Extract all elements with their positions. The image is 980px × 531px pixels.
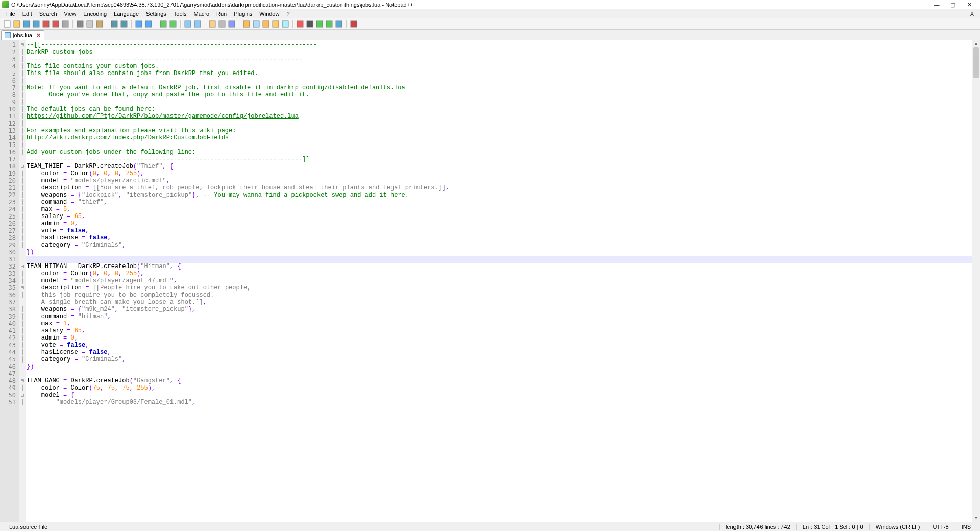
close-icon[interactable]: [42, 20, 50, 28]
fold-marker[interactable]: ⊟: [19, 263, 26, 270]
fold-marker[interactable]: │: [19, 199, 26, 206]
code-line[interactable]: Note: If you want to edit a default Dark…: [26, 84, 972, 91]
fold-marker[interactable]: │: [19, 327, 26, 334]
code-line[interactable]: salary = 65,: [26, 327, 972, 334]
scroll-thumb[interactable]: [973, 47, 979, 78]
fold-marker[interactable]: │: [19, 184, 26, 191]
fold-marker[interactable]: │: [19, 234, 26, 242]
fold-marker[interactable]: [19, 249, 26, 256]
code-line[interactable]: model = "models/player/arctic.mdl",: [26, 177, 972, 184]
code-line[interactable]: [26, 141, 972, 149]
doc-map-icon[interactable]: [252, 20, 260, 28]
play-mult-icon[interactable]: [325, 20, 333, 28]
vertical-scrollbar[interactable]: ▴ ▾: [972, 40, 980, 522]
fold-marker[interactable]: [19, 370, 26, 377]
code-line[interactable]: command = "thief",: [26, 199, 972, 206]
close-all-icon[interactable]: [52, 20, 60, 28]
fold-marker[interactable]: │: [19, 77, 26, 84]
save-all-icon[interactable]: [32, 20, 40, 28]
indent-guide-icon[interactable]: [228, 20, 236, 28]
code-line[interactable]: The default jobs can be found here:: [26, 106, 972, 113]
code-line[interactable]: hasLicense = false,: [26, 234, 972, 242]
print-icon[interactable]: [61, 20, 69, 28]
code-line[interactable]: A single breath can make you loose a sho…: [26, 299, 972, 306]
code-line[interactable]: hasLicense = false,: [26, 349, 972, 356]
fold-marker[interactable]: [19, 299, 26, 306]
fold-marker[interactable]: │: [19, 277, 26, 284]
monitor-icon[interactable]: [281, 20, 289, 28]
code-line[interactable]: description = [[People hire you to take …: [26, 284, 972, 292]
scroll-down-icon[interactable]: ▾: [972, 515, 980, 522]
fold-marker[interactable]: │: [19, 56, 26, 63]
code-line[interactable]: weapons = {"m9k_m24", "itemstore_pickup"…: [26, 306, 972, 313]
show-all-icon[interactable]: [218, 20, 226, 28]
code-line[interactable]: admin = 0,: [26, 334, 972, 342]
new-file-icon[interactable]: [3, 20, 11, 28]
fold-marker[interactable]: │: [19, 170, 26, 177]
code-line[interactable]: color = Color(75, 75, 75, 255),: [26, 384, 972, 392]
code-line[interactable]: --[[------------------------------------…: [26, 41, 972, 49]
code-line[interactable]: DarkRP custom jobs: [26, 49, 972, 56]
fold-marker[interactable]: ⊟: [19, 41, 26, 49]
code-line[interactable]: model = "models/player/agent_47.mdl",: [26, 277, 972, 284]
fold-column[interactable]: ⊟│││││││││││││││⊟│││││││││││⊟││⊟││││││││…: [19, 40, 26, 522]
menu-edit[interactable]: Edit: [19, 10, 35, 17]
code-line[interactable]: this job require you to be completely fo…: [26, 292, 972, 299]
menu-?[interactable]: ?: [283, 10, 292, 17]
code-line[interactable]: http://wiki.darkrp.com/index.php/DarkRP:…: [26, 134, 972, 141]
code-line[interactable]: model = {: [26, 392, 972, 399]
fold-marker[interactable]: ⊟: [19, 392, 26, 399]
fold-marker[interactable]: │: [19, 84, 26, 91]
menu-language[interactable]: Language: [111, 10, 142, 17]
fold-marker[interactable]: [19, 256, 26, 263]
fold-marker[interactable]: │: [19, 91, 26, 99]
menu-view[interactable]: View: [61, 10, 80, 17]
code-line[interactable]: TEAM_THIEF = DarkRP.createJob("Thief", {: [26, 163, 972, 170]
menu-run[interactable]: Run: [213, 10, 230, 17]
file-tab[interactable]: jobs.lua ✕: [1, 30, 44, 40]
menu-tools[interactable]: Tools: [170, 10, 190, 17]
fold-marker[interactable]: │: [19, 134, 26, 141]
fold-marker[interactable]: │: [19, 342, 26, 349]
fold-marker[interactable]: │: [19, 191, 26, 199]
copy-icon[interactable]: [86, 20, 94, 28]
fold-marker[interactable]: │: [19, 242, 26, 249]
code-line[interactable]: https://github.com/FPtje/DarkRP/blob/mas…: [26, 113, 972, 120]
fold-marker[interactable]: │: [19, 384, 26, 392]
code-line[interactable]: weapons = {"lockpick", "itemstore_pickup…: [26, 191, 972, 199]
code-line[interactable]: TEAM_GANG = DarkRP.createJob("Gangster",…: [26, 377, 972, 384]
maximize-button[interactable]: ▢: [948, 2, 958, 8]
fold-marker[interactable]: │: [19, 63, 26, 70]
code-line[interactable]: [26, 120, 972, 127]
lang-icon[interactable]: [242, 20, 251, 28]
fold-marker[interactable]: │: [19, 320, 26, 327]
find-icon[interactable]: [135, 20, 143, 28]
zoom-in-icon[interactable]: [159, 20, 167, 28]
fold-marker[interactable]: [19, 156, 26, 163]
code-line[interactable]: This file contains your custom jobs.: [26, 63, 972, 70]
fold-marker[interactable]: │: [19, 306, 26, 313]
replace-icon[interactable]: [144, 20, 153, 28]
fold-marker[interactable]: │: [19, 149, 26, 156]
code-line[interactable]: [26, 256, 972, 263]
fold-marker[interactable]: │: [19, 220, 26, 227]
code-line[interactable]: "models/player/Group03/Female_01.mdl",: [26, 399, 972, 406]
code-line[interactable]: max = 5,: [26, 206, 972, 213]
zoom-out-icon[interactable]: [169, 20, 177, 28]
fold-marker[interactable]: │: [19, 177, 26, 184]
sync-h-icon[interactable]: [193, 20, 202, 28]
stop-icon[interactable]: [306, 20, 314, 28]
fold-marker[interactable]: │: [19, 141, 26, 149]
code-line[interactable]: vote = false,: [26, 227, 972, 234]
sync-v-icon[interactable]: [184, 20, 192, 28]
code-line[interactable]: color = Color(0, 0, 0, 255),: [26, 170, 972, 177]
fold-marker[interactable]: │: [19, 313, 26, 320]
fold-marker[interactable]: │: [19, 206, 26, 213]
fold-marker[interactable]: │: [19, 356, 26, 363]
play-icon[interactable]: [315, 20, 324, 28]
tab-close-icon[interactable]: ✕: [36, 32, 41, 39]
code-line[interactable]: ----------------------------------------…: [26, 156, 972, 163]
fold-marker[interactable]: │: [19, 127, 26, 134]
menu-window[interactable]: Window: [256, 10, 282, 17]
fold-marker[interactable]: │: [19, 349, 26, 356]
